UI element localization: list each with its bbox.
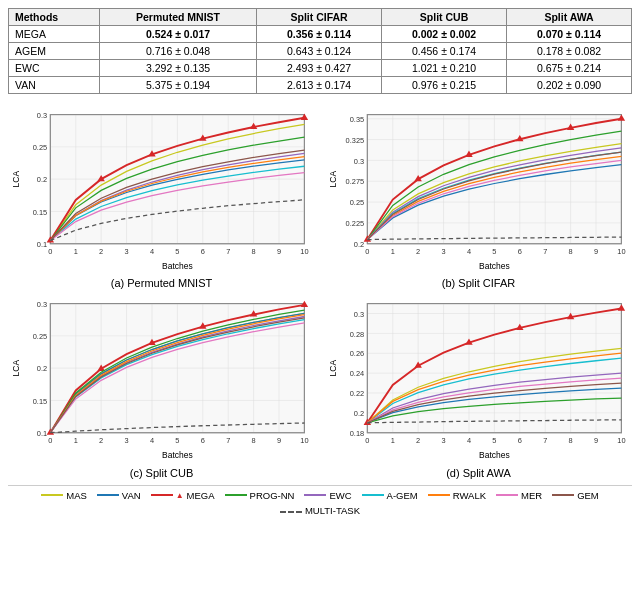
cell-split_cifar: 2.613 ± 0.174 bbox=[257, 77, 382, 94]
svg-text:3: 3 bbox=[125, 247, 129, 256]
svg-text:8: 8 bbox=[252, 247, 256, 256]
legend-label: MAS bbox=[66, 490, 87, 501]
col-header-methods: Methods bbox=[9, 9, 100, 26]
svg-text:Batches: Batches bbox=[479, 451, 510, 461]
legend-line bbox=[280, 511, 302, 513]
chart-a-caption: (a) Permuted MNIST bbox=[111, 277, 212, 289]
chart-d-svg: 0.180.20.220.240.260.280.3012345678910Ba… bbox=[325, 293, 632, 462]
legend-line bbox=[97, 494, 119, 496]
cell-method: AGEM bbox=[9, 43, 100, 60]
chart-b-caption: (b) Split CIFAR bbox=[442, 277, 515, 289]
svg-text:10: 10 bbox=[617, 437, 625, 446]
col-header-split-cifar: Split CIFAR bbox=[257, 9, 382, 26]
svg-text:9: 9 bbox=[277, 437, 281, 446]
legend-line bbox=[225, 494, 247, 496]
svg-text:0.28: 0.28 bbox=[350, 330, 364, 339]
svg-text:0.225: 0.225 bbox=[346, 219, 365, 228]
cell-split_awa: 0.675 ± 0.214 bbox=[507, 60, 632, 77]
svg-text:0.325: 0.325 bbox=[346, 136, 365, 145]
legend-row: MASVAN▲MEGAPROG-NNEWCA-GEMRWALKMERGEMMUL… bbox=[8, 485, 632, 520]
svg-text:0.275: 0.275 bbox=[346, 177, 365, 186]
svg-text:7: 7 bbox=[543, 437, 547, 446]
cell-split_cub: 0.002 ± 0.002 bbox=[382, 26, 507, 43]
legend-item-a-gem: A-GEM bbox=[362, 490, 418, 501]
legend-label: MER bbox=[521, 490, 542, 501]
svg-text:4: 4 bbox=[467, 437, 471, 446]
svg-text:0.1: 0.1 bbox=[37, 240, 47, 249]
chart-a: 0.10.150.20.250.3012345678910BatchesLCA … bbox=[8, 104, 315, 289]
svg-text:1: 1 bbox=[391, 247, 395, 256]
legend-label: A-GEM bbox=[387, 490, 418, 501]
svg-text:5: 5 bbox=[492, 247, 496, 256]
cell-split_awa: 0.070 ± 0.114 bbox=[507, 26, 632, 43]
legend-item-rwalk: RWALK bbox=[428, 490, 486, 501]
results-table: Methods Permuted MNIST Split CIFAR Split… bbox=[8, 8, 632, 94]
svg-text:9: 9 bbox=[594, 437, 598, 446]
legend-item-multi-task: MULTI-TASK bbox=[280, 505, 360, 516]
svg-text:2: 2 bbox=[416, 247, 420, 256]
svg-text:3: 3 bbox=[442, 247, 446, 256]
svg-text:0.3: 0.3 bbox=[354, 157, 364, 166]
cell-split_cifar: 0.643 ± 0.124 bbox=[257, 43, 382, 60]
legend-label: PROG-NN bbox=[250, 490, 295, 501]
svg-text:0.2: 0.2 bbox=[354, 240, 364, 249]
svg-text:10: 10 bbox=[300, 247, 308, 256]
cell-permuted_mnist: 0.524 ± 0.017 bbox=[99, 26, 256, 43]
svg-text:9: 9 bbox=[277, 247, 281, 256]
svg-text:LCA: LCA bbox=[11, 171, 21, 188]
svg-text:6: 6 bbox=[201, 437, 205, 446]
svg-text:LCA: LCA bbox=[328, 360, 338, 377]
page-container: Methods Permuted MNIST Split CIFAR Split… bbox=[0, 0, 640, 528]
svg-text:0.25: 0.25 bbox=[33, 332, 47, 341]
col-header-split-cub: Split CUB bbox=[382, 9, 507, 26]
legend-item-mas: MAS bbox=[41, 490, 87, 501]
svg-text:5: 5 bbox=[492, 437, 496, 446]
col-header-permuted-mnist: Permuted MNIST bbox=[99, 9, 256, 26]
svg-text:5: 5 bbox=[175, 437, 179, 446]
svg-text:7: 7 bbox=[226, 437, 230, 446]
svg-text:0.24: 0.24 bbox=[350, 370, 364, 379]
chart-b: 0.20.2250.250.2750.30.3250.3501234567891… bbox=[325, 104, 632, 289]
charts-grid: 0.10.150.20.250.3012345678910BatchesLCA … bbox=[8, 104, 632, 479]
svg-text:0.35: 0.35 bbox=[350, 115, 364, 124]
svg-text:1: 1 bbox=[74, 247, 78, 256]
svg-text:8: 8 bbox=[569, 247, 573, 256]
svg-text:0.1: 0.1 bbox=[37, 429, 47, 438]
legend-item-van: VAN bbox=[97, 490, 141, 501]
svg-text:1: 1 bbox=[74, 437, 78, 446]
svg-text:7: 7 bbox=[226, 247, 230, 256]
cell-split_cub: 1.021 ± 0.210 bbox=[382, 60, 507, 77]
svg-text:2: 2 bbox=[99, 247, 103, 256]
svg-text:Batches: Batches bbox=[479, 261, 510, 271]
svg-text:0.25: 0.25 bbox=[33, 143, 47, 152]
legend-label: MEGA bbox=[187, 490, 215, 501]
svg-text:10: 10 bbox=[617, 247, 625, 256]
cell-split_cub: 0.456 ± 0.174 bbox=[382, 43, 507, 60]
legend-line bbox=[496, 494, 518, 496]
svg-text:0.2: 0.2 bbox=[37, 175, 47, 184]
svg-text:1: 1 bbox=[391, 437, 395, 446]
legend-label: MULTI-TASK bbox=[305, 505, 360, 516]
legend-line bbox=[304, 494, 326, 496]
legend-marker: ▲ bbox=[176, 491, 184, 500]
cell-method: EWC bbox=[9, 60, 100, 77]
legend-line bbox=[41, 494, 63, 496]
svg-text:4: 4 bbox=[150, 437, 154, 446]
svg-text:LCA: LCA bbox=[328, 171, 338, 188]
svg-text:0.2: 0.2 bbox=[37, 365, 47, 374]
legend-item-prog-nn: PROG-NN bbox=[225, 490, 295, 501]
legend-label: EWC bbox=[329, 490, 351, 501]
chart-c-caption: (c) Split CUB bbox=[130, 467, 194, 479]
svg-text:6: 6 bbox=[518, 247, 522, 256]
chart-d: 0.180.20.220.240.260.280.3012345678910Ba… bbox=[325, 293, 632, 478]
svg-text:0.3: 0.3 bbox=[354, 310, 364, 319]
cell-split_awa: 0.202 ± 0.090 bbox=[507, 77, 632, 94]
cell-split_awa: 0.178 ± 0.082 bbox=[507, 43, 632, 60]
svg-text:0.2: 0.2 bbox=[354, 409, 364, 418]
svg-text:6: 6 bbox=[518, 437, 522, 446]
chart-a-svg: 0.10.150.20.250.3012345678910BatchesLCA bbox=[8, 104, 315, 273]
legend-label: RWALK bbox=[453, 490, 486, 501]
svg-text:3: 3 bbox=[125, 437, 129, 446]
svg-text:Batches: Batches bbox=[162, 261, 193, 271]
chart-c: 0.10.150.20.250.3012345678910BatchesLCA … bbox=[8, 293, 315, 478]
